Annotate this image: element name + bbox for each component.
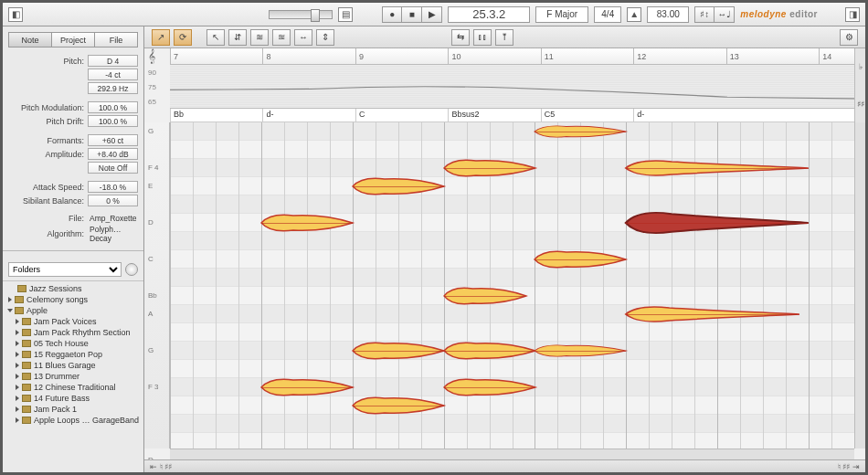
note-blob[interactable] <box>444 342 535 360</box>
horizontal-scrollbar[interactable] <box>170 449 854 459</box>
chord-label[interactable]: Bbsus2 <box>448 109 482 121</box>
pitch-value[interactable]: D 4 <box>88 55 138 67</box>
pitch-quantize-button[interactable]: ♯↕ <box>694 6 715 23</box>
pitch-overview[interactable]: 907565 <box>170 65 865 109</box>
note-blob[interactable] <box>535 344 626 357</box>
browser-item[interactable]: 15 Reggaeton Pop <box>3 349 143 360</box>
tool-formant[interactable]: ↔ <box>294 29 312 46</box>
attack-label: Attack Speed: <box>8 183 84 192</box>
autoscroll-toggle[interactable]: ▤ <box>338 7 353 22</box>
volume-slider[interactable] <box>269 10 333 19</box>
hz-value[interactable]: 292.9 Hz <box>88 82 138 94</box>
tab-file[interactable]: File <box>95 32 138 48</box>
browser-mode-select[interactable]: Folders <box>8 262 122 277</box>
algo-value: Polyph… Decay <box>88 225 138 243</box>
accidental-toggle[interactable]: ♭♯♯ <box>854 48 865 122</box>
browser-item[interactable]: 11 Blues Garage <box>3 360 143 371</box>
preview-volume-knob[interactable] <box>125 263 138 276</box>
vertical-scrollbar[interactable] <box>854 122 865 449</box>
tool-pitch[interactable]: ⇵ <box>228 29 247 46</box>
note-blob[interactable] <box>353 177 444 195</box>
tool-scroll[interactable]: ⟳ <box>174 29 192 46</box>
tool-timing[interactable]: ⇆ <box>451 29 470 46</box>
cents-value[interactable]: -4 ct <box>88 69 138 80</box>
tool-drift[interactable]: ≊ <box>272 29 291 46</box>
note-blob[interactable] <box>353 342 444 360</box>
browser-item[interactable]: Jazz Sessions <box>3 283 143 294</box>
tool-separation[interactable]: ⫾⫾ <box>473 29 492 46</box>
chord-label[interactable]: C <box>355 109 368 121</box>
note-blob[interactable] <box>444 159 535 177</box>
note-blob[interactable] <box>444 378 535 396</box>
chord-label[interactable]: d- <box>633 109 647 121</box>
pdrift-value[interactable]: 100.0 % <box>88 115 138 127</box>
play-button[interactable]: ▶ <box>422 6 442 23</box>
chord-label[interactable]: d- <box>262 109 276 121</box>
overview-y-label: 65 <box>148 98 156 106</box>
file-browser-tree[interactable]: Jazz SessionsCelemony songsAppleJam Pack… <box>3 281 143 472</box>
note-blob[interactable] <box>535 125 626 138</box>
note-blob[interactable] <box>353 396 444 415</box>
record-button[interactable]: ● <box>382 6 402 23</box>
chord-label[interactable]: Bb <box>170 109 186 121</box>
key-display[interactable]: F Major <box>535 6 588 23</box>
browser-item[interactable]: 14 Future Bass <box>3 393 143 404</box>
note-blob[interactable] <box>626 159 809 177</box>
chord-label[interactable]: C5 <box>541 109 558 121</box>
browser-item[interactable]: Apple Loops … GarageBand <box>3 415 143 426</box>
amp-value[interactable]: +8.40 dB <box>88 148 138 160</box>
browser-item[interactable]: Apple <box>3 305 143 316</box>
attack-value[interactable]: -18.0 % <box>88 181 138 193</box>
pitch-ruler[interactable]: GF 4EDCBbAGF 3D <box>144 122 170 449</box>
editor-panel: ↗ ⟳ ↖ ⇵ ≋ ≊ ↔ ⇕ ⇆ ⫾⫾ ⤒ ⚙ 𝄞 ♪ 78910111213… <box>144 26 865 472</box>
tool-main[interactable]: ↗ <box>152 29 170 46</box>
note-blob[interactable] <box>535 250 626 269</box>
timesig-display[interactable]: 4/4 <box>594 6 621 23</box>
metronome-icon[interactable]: ▲ <box>627 7 641 22</box>
statusbar: ⇤ ♮ ♯♯ ♮ ♯♯ ⇥ <box>144 459 865 472</box>
status-left[interactable]: ⇤ ♮ ♯♯ <box>150 462 172 471</box>
tool-arrow[interactable]: ↖ <box>206 29 225 46</box>
position-display[interactable]: 25.3.2 <box>448 6 530 23</box>
tool-modulation[interactable]: ≋ <box>250 29 269 46</box>
browser-item[interactable]: Jam Pack 1 <box>3 404 143 415</box>
browser-item[interactable]: Celemony songs <box>3 294 143 305</box>
stop-button[interactable]: ■ <box>402 6 422 23</box>
tool-attack[interactable]: ⤒ <box>495 29 513 46</box>
note-blob[interactable] <box>444 287 526 305</box>
settings-icon[interactable]: ⚙ <box>840 29 858 46</box>
transport-group: ● ■ ▶ <box>382 6 442 23</box>
chord-track[interactable]: Bbd-CBbsus2C5d- <box>170 109 865 122</box>
tool-amplitude[interactable]: ⇕ <box>316 29 334 46</box>
pitch-label: G <box>148 127 153 135</box>
cycle-toggle-right[interactable]: ◨ <box>845 7 860 22</box>
overview-y-label: 90 <box>148 69 156 77</box>
note-grid[interactable]: GF 4EDCBbAGF 3D <box>170 122 854 449</box>
browser-item[interactable]: 05 Tech House <box>3 338 143 349</box>
cycle-toggle-left[interactable]: ◧ <box>8 7 23 22</box>
pitch-label: Bb <box>148 291 157 300</box>
note-blob[interactable] <box>261 214 353 232</box>
note-blob[interactable] <box>626 210 809 236</box>
pmod-value[interactable]: 100.0 % <box>88 101 138 113</box>
tab-project[interactable]: Project <box>52 32 95 48</box>
status-right[interactable]: ♮ ♯♯ ⇥ <box>838 462 860 471</box>
sib-value[interactable]: 0 % <box>88 195 138 206</box>
tab-note[interactable]: Note <box>8 32 52 48</box>
pitch-label: Pitch: <box>8 57 84 66</box>
note-blob[interactable] <box>261 378 353 396</box>
tempo-display[interactable]: 83.00 <box>647 6 689 23</box>
pitch-label: F 4 <box>148 164 159 172</box>
noteoff-button[interactable]: Note Off <box>88 162 138 174</box>
browser-item[interactable]: Jam Pack Voices <box>3 316 143 327</box>
note-blob[interactable] <box>626 305 799 323</box>
note-editor[interactable]: 𝄞 ♪ 7891011121314 907565 Bbd-CBbsus2C5d-… <box>144 48 865 459</box>
browser-item[interactable]: 12 Chinese Traditional <box>3 382 143 393</box>
browser-item[interactable]: 13 Drummer <box>3 371 143 382</box>
time-quantize-button[interactable]: ↔♩ <box>715 6 735 23</box>
quantize-group: ♯↕ ↔♩ <box>694 6 735 23</box>
algo-label: Algorithm: <box>8 229 84 238</box>
time-ruler[interactable]: 𝄞 ♪ 7891011121314 <box>170 48 865 65</box>
browser-item[interactable]: Jam Pack Rhythm Section <box>3 327 143 338</box>
formants-value[interactable]: +60 ct <box>88 134 138 146</box>
